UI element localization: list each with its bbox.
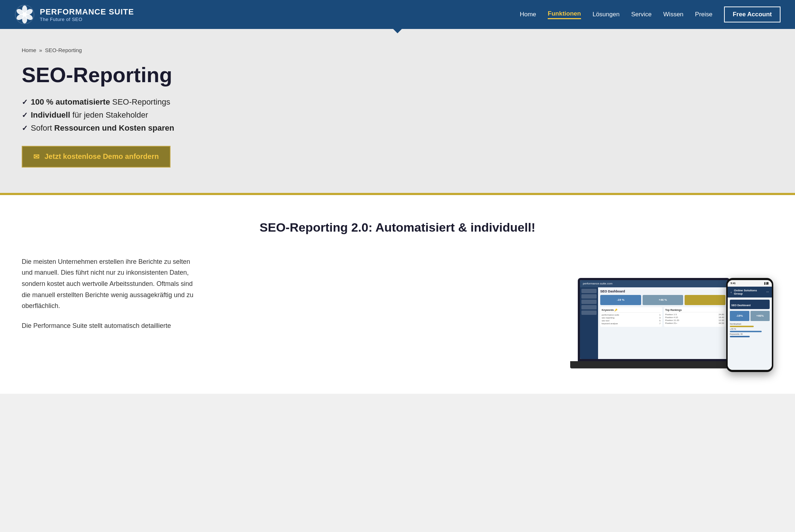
nav-loesungen[interactable]: Lösungen: [593, 11, 620, 18]
laptop-kpi-row: -19 % +46 %: [600, 295, 725, 305]
lt-row-4: keyword analyse 7: [602, 322, 661, 325]
laptop-titlebar: performance-suite.com: [580, 280, 728, 287]
laptop-main-content: SEO Dashboard -19 % +46 %: [598, 287, 728, 359]
laptop-kpi-1-val: -19 %: [617, 298, 624, 301]
laptop-kpi-2: +46 %: [643, 295, 683, 305]
feature-item-1: ✓ 100 % automatisierte SEO-Reportings: [22, 97, 773, 107]
breadcrumb-current: SEO-Reporting: [45, 47, 82, 53]
laptop-title-text: performance-suite.com: [583, 282, 613, 285]
lt-rank-row-4: Position 21+ 44.50: [665, 322, 724, 324]
logo-text: Performance Suite The Future of SEO: [40, 7, 134, 22]
laptop-tables: Keywords 🔑 performance suite 1 seo repor…: [600, 307, 725, 327]
nav-wissen[interactable]: Wissen: [663, 11, 683, 18]
nav-preise[interactable]: Preise: [695, 11, 712, 18]
sidebar-item-mock-1: [581, 289, 597, 293]
lt-cell-keyword-4: keyword analyse: [602, 322, 618, 325]
nav-funktionen[interactable]: Funktionen: [548, 10, 581, 19]
free-account-button[interactable]: Free Account: [724, 7, 781, 22]
phone-kpi-cards: -19% +46%: [730, 311, 770, 321]
lt-rank-val-1: 24.80: [719, 313, 724, 316]
demo-cta-button[interactable]: ✉ Jetzt kostenlose Demo anfordern: [22, 146, 171, 168]
phone-dashboard-title: SEO Dashboard: [731, 304, 750, 307]
lt-cell-val-1: 1: [659, 314, 660, 316]
lt-rank-row-1: Position 1-3 24.80: [665, 313, 724, 316]
nav-service[interactable]: Service: [631, 11, 652, 18]
phone-back-icon: ‹: [731, 290, 732, 294]
nav-home[interactable]: Home: [520, 11, 536, 18]
phone-app-header: ‹ Online Solutions Group ···: [728, 287, 772, 297]
phone-more-icon: ···: [766, 290, 769, 294]
lt-row-2: seo reporting 3: [602, 317, 661, 319]
logo-title: Performance Suite: [40, 7, 134, 17]
laptop-table-rankings-header: Top Rankings: [665, 309, 724, 312]
laptop-kpi-3: [685, 295, 725, 305]
lt-rank-row-3: Position 11-20 12.30: [665, 319, 724, 321]
phone-stat-label: Sichtbarkeit: [730, 323, 770, 325]
laptop-content: SEO Dashboard -19 % +46 %: [580, 287, 728, 359]
lt-cell-val-4: 7: [659, 322, 660, 325]
content-section: SEO-Reporting 2.0: Automatisiert & indiv…: [0, 195, 795, 394]
lt-rank-cell-3: Position 11-20: [665, 319, 679, 321]
phone-card-1: -19%: [730, 311, 749, 321]
content-heading: SEO-Reporting 2.0: Automatisiert & indiv…: [22, 220, 773, 235]
paragraph-2: Die Performance Suite stellt automatisch…: [22, 320, 203, 332]
phone-content: SEO Dashboard -19% +46%: [728, 297, 772, 370]
sidebar-item-mock-5: [581, 311, 597, 315]
nav-dropdown-indicator: [392, 28, 403, 33]
phone-screen: 9:41 ▐▐ ▊ ‹ Online Solutions Group ··· S…: [728, 280, 772, 370]
feature-text-1: 100 % automatisierte SEO-Reportings: [31, 97, 170, 107]
lt-rank-cell-2: Position 4-10: [665, 316, 678, 318]
feature-list: ✓ 100 % automatisierte SEO-Reportings ✓ …: [22, 97, 773, 133]
sidebar-item-mock-3: [581, 300, 597, 304]
phone-card-1-val: -19%: [736, 314, 743, 317]
lt-rank-row-2: Position 4-10 18.40: [665, 316, 724, 318]
svg-point-7: [22, 12, 27, 17]
lt-cell-keyword-1: performance suite: [602, 314, 619, 316]
text-column: Die meisten Unternehmen erstellen ihre B…: [22, 256, 203, 340]
phone-stat-val: +40 %: [730, 328, 770, 330]
laptop-screen-content: performance-suite.com: [580, 280, 728, 359]
laptop-base: [570, 361, 737, 368]
phone-graph-bar-1: [730, 326, 754, 327]
lt-cell-keyword-2: seo reporting: [602, 317, 614, 319]
paragraph-1: Die meisten Unternehmen erstellen ihre B…: [22, 256, 203, 312]
lt-rank-val-4: 44.50: [719, 322, 724, 324]
laptop-kpi-2-val: +46 %: [659, 298, 667, 301]
phone-graph-bar-2: [730, 331, 762, 332]
laptop-kpi-1: -19 %: [600, 295, 641, 305]
laptop-screen: performance-suite.com: [578, 278, 730, 361]
lt-row-3: seo tool 5: [602, 320, 661, 322]
laptop-dash-title: SEO Dashboard: [600, 290, 725, 293]
laptop-table-keywords-header: Keywords 🔑: [602, 309, 661, 313]
checkmark-1: ✓: [22, 98, 28, 106]
phone-graph-bar-3: [730, 336, 750, 337]
feature-item-3: ✓ Sofort Ressourcen und Kosten sparen: [22, 123, 773, 133]
lt-cell-val-2: 3: [659, 317, 660, 319]
laptop-table-rankings: Top Rankings Position 1-3 24.80 Position…: [664, 307, 726, 327]
lt-rank-val-3: 12.30: [719, 319, 724, 321]
device-mockup-container: performance-suite.com: [224, 256, 773, 372]
phone-stat-area: Sichtbarkeit +40 % Keywords: ID: [730, 323, 770, 337]
demo-cta-label: Jetzt kostenlose Demo anfordern: [45, 152, 159, 161]
logo-area[interactable]: Performance Suite The Future of SEO: [14, 4, 134, 25]
breadcrumb-home[interactable]: Home: [22, 47, 36, 53]
content-columns: Die meisten Unternehmen erstellen ihre B…: [22, 256, 773, 372]
image-column: performance-suite.com: [224, 256, 773, 372]
phone-status-icons: ▐▐ ▊: [764, 282, 769, 284]
lt-rank-cell-4: Position 21+: [665, 322, 677, 324]
lt-row-1: performance suite 1: [602, 314, 661, 316]
phone-mockup: 9:41 ▐▐ ▊ ‹ Online Solutions Group ··· S…: [726, 278, 773, 372]
phone-status-bar: 9:41 ▐▐ ▊: [728, 280, 772, 287]
breadcrumb: Home » SEO-Reporting: [22, 47, 773, 53]
breadcrumb-separator: »: [39, 47, 42, 53]
feature-item-2: ✓ Individuell für jeden Stakeholder: [22, 110, 773, 120]
hero-section: Home » SEO-Reporting SEO-Reporting ✓ 100…: [0, 29, 795, 193]
lt-rank-cell-1: Position 1-3: [665, 313, 677, 316]
sidebar-item-mock-4: [581, 305, 597, 309]
page-title: SEO-Reporting: [22, 63, 773, 86]
laptop-sidebar: [580, 287, 598, 359]
checkmark-3: ✓: [22, 124, 28, 132]
envelope-icon: ✉: [33, 152, 39, 161]
phone-card-2: +46%: [750, 311, 770, 321]
lt-cell-val-3: 5: [659, 320, 660, 322]
